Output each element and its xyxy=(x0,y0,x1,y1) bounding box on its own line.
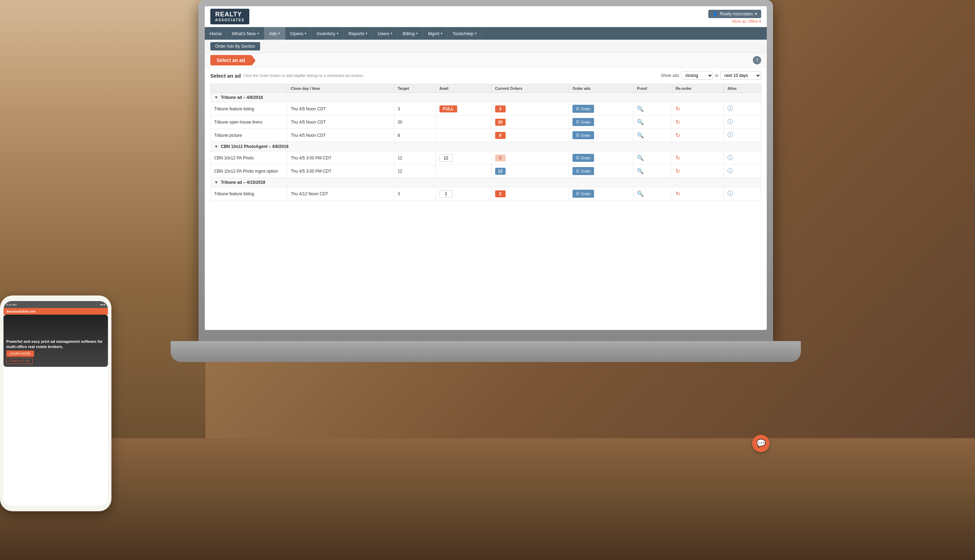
avail-full-badge: FULL xyxy=(439,105,457,112)
row-name-tribune-open: Tribune open house liners xyxy=(211,115,287,129)
in-label: in xyxy=(715,73,718,78)
row-close-tribune-feature: Thu 4/5 Noon CDT xyxy=(287,102,394,115)
chat-bubble-btn[interactable]: 💬 xyxy=(752,435,770,452)
row-target-tribune-feature-2: 3 xyxy=(394,187,436,200)
order-btn-cbn-photo[interactable]: ☰ Order xyxy=(573,154,594,162)
alloc-icon-4[interactable]: ⓘ xyxy=(728,155,733,160)
select-ad-btn[interactable]: Select an ad xyxy=(210,55,251,65)
section-title-tribune-2: ▼ Tribune ad – 4/15/2018 xyxy=(211,178,761,187)
user-menu-btn[interactable]: 👤 Realty Associates ▾ xyxy=(708,10,761,18)
nav-ads[interactable]: Ads ▾ xyxy=(264,27,285,40)
row-order-btn-cbn-mgmt: ☰ Order xyxy=(569,165,633,178)
order-btn-tribune-feature[interactable]: ☰ Order xyxy=(573,105,594,113)
table-row: Tribune open house liners Thu 4/5 Noon C… xyxy=(211,115,761,129)
row-proof-tribune-picture: 🔍 xyxy=(633,129,672,142)
nav-inventory[interactable]: Inventory ▾ xyxy=(312,27,343,40)
help-btn[interactable]: ? xyxy=(753,56,761,64)
days-select[interactable]: next 10 days next 30 days next 7 days xyxy=(720,72,761,80)
inventory-caret: ▾ xyxy=(337,32,339,35)
nav-opens[interactable]: Opens ▾ xyxy=(285,27,312,40)
nav-users[interactable]: Users ▾ xyxy=(372,27,398,40)
reorder-refresh-icon-2[interactable]: ↻ xyxy=(676,119,680,125)
table-row: Tribune feature listing Thu 4/12 Noon CD… xyxy=(211,187,761,200)
reorder-refresh-icon-3[interactable]: ↻ xyxy=(676,132,680,138)
proof-search-icon-2[interactable]: 🔍 xyxy=(637,119,644,125)
laptop-screen: REALTY Associates 👤 Realty Associates ▾ … xyxy=(205,6,767,330)
alloc-icon[interactable]: ⓘ xyxy=(728,105,733,112)
section-toggle-tribune-2[interactable]: ▼ xyxy=(214,180,218,185)
proof-search-icon-4[interactable]: 🔍 xyxy=(637,155,644,161)
alloc-icon-5[interactable]: ⓘ xyxy=(728,168,733,174)
reorder-refresh-icon[interactable]: ↻ xyxy=(676,106,680,112)
phone-tagline: Powerful and easy print ad management so… xyxy=(6,339,105,349)
row-order-btn-cbn-photo: ☰ Order xyxy=(569,152,633,165)
laptop-device: REALTY Associates 👤 Realty Associates ▾ … xyxy=(199,0,825,560)
filter-row: Select an ad Click the Order button to a… xyxy=(210,72,761,80)
user-name-label: Realty Associates xyxy=(720,12,753,17)
col-avail: Avail xyxy=(436,84,491,93)
row-close-cbn-mgmt: Thu 4/5 3:00 PM CDT xyxy=(287,165,394,178)
laptop-lid: REALTY Associates 👤 Realty Associates ▾ … xyxy=(199,0,773,341)
nav-whats-new[interactable]: What's New ▾ xyxy=(227,27,264,40)
nav-home[interactable]: Home xyxy=(205,27,227,40)
row-orders-tribune-feature-2: 2 xyxy=(491,187,569,200)
orders-badge-orange-20: 20 xyxy=(495,119,506,126)
orders-badge-orange-2: 2 xyxy=(495,190,506,197)
nav-mgmt[interactable]: Mgmt ▾ xyxy=(423,27,448,40)
col-ad-name xyxy=(211,84,287,93)
proof-search-icon[interactable]: 🔍 xyxy=(637,106,644,112)
user-icon: 👤 xyxy=(713,12,718,17)
alloc-icon-3[interactable]: ⓘ xyxy=(728,132,733,138)
section-title-tribune-1: ▼ Tribune ad – 4/8/2018 xyxy=(211,93,761,102)
row-proof-cbn-mgmt: 🔍 xyxy=(633,165,672,178)
top-bar: REALTY Associates 👤 Realty Associates ▾ … xyxy=(205,6,767,27)
row-alloc-tribune-feature: ⓘ xyxy=(724,102,761,115)
closing-select[interactable]: closing opening xyxy=(681,72,713,80)
nav-reports[interactable]: Reports ▾ xyxy=(344,27,373,40)
section-toggle-cbn[interactable]: ▼ xyxy=(214,144,218,149)
row-name-tribune-feature: Tribune feature listing xyxy=(211,102,287,115)
filter-description: Click the Order button to add eligible l… xyxy=(244,73,364,78)
row-avail-tribune-picture xyxy=(436,129,491,142)
reorder-refresh-icon-6[interactable]: ↻ xyxy=(676,191,680,197)
reorder-refresh-icon-4[interactable]: ↻ xyxy=(676,155,680,161)
nav-tools-help[interactable]: Tools/Help ▾ xyxy=(448,27,482,40)
row-close-tribune-feature-2: Thu 4/12 Noon CDT xyxy=(287,187,394,200)
laptop-base xyxy=(170,341,801,362)
row-avail-tribune-feature: FULL xyxy=(436,102,491,115)
row-name-cbn-photo: CBN 10x12 PA Photo xyxy=(211,152,287,165)
nav-billing[interactable]: Billing ▾ xyxy=(398,27,423,40)
col-reorder: Re-order xyxy=(672,84,724,93)
order-btn-tribune-open[interactable]: ☰ Order xyxy=(573,118,594,126)
phone-learn-more-btn[interactable]: LEARN MORE xyxy=(6,350,34,357)
proof-search-icon-5[interactable]: 🔍 xyxy=(637,168,644,174)
proof-search-icon-3[interactable]: 🔍 xyxy=(637,132,644,138)
order-icon: ☰ xyxy=(576,133,579,137)
order-btn-tribune-feature-2[interactable]: ☰ Order xyxy=(573,190,594,198)
top-right-area: 👤 Realty Associates ▾ Work as: Office ▾ xyxy=(708,10,761,24)
alloc-icon-6[interactable]: ⓘ xyxy=(728,190,733,196)
row-orders-tribune-feature: 3 xyxy=(491,102,569,115)
table-area: Select an ad Click the Order button to a… xyxy=(205,68,767,204)
section-toggle-tribune-1[interactable]: ▼ xyxy=(214,95,218,100)
select-ad-title: Select an ad xyxy=(210,73,241,79)
col-order-ads: Order ads xyxy=(569,84,633,93)
phone-contact-btn[interactable]: CONTACT US xyxy=(6,358,33,364)
alloc-icon-2[interactable]: ⓘ xyxy=(728,119,733,125)
order-btn-tribune-picture[interactable]: ☰ Order xyxy=(573,131,594,139)
orders-badge-orange: 3 xyxy=(495,105,506,112)
work-as-value[interactable]: Office ▾ xyxy=(748,19,761,23)
whats-new-caret: ▾ xyxy=(257,32,259,35)
order-icon: ☰ xyxy=(576,107,579,111)
order-ads-by-section-btn[interactable]: Order Ads By Section xyxy=(210,42,260,50)
avail-input-cbn[interactable] xyxy=(439,154,452,162)
work-as-label: Work as: xyxy=(732,19,747,23)
avail-input-tribune-2[interactable] xyxy=(439,190,452,198)
row-target-cbn-mgmt: 12 xyxy=(394,165,436,178)
proof-search-icon-6[interactable]: 🔍 xyxy=(637,191,644,197)
row-target-cbn-photo: 12 xyxy=(394,152,436,165)
reports-caret: ▾ xyxy=(366,32,367,35)
reorder-refresh-icon-5[interactable]: ↻ xyxy=(676,168,680,174)
row-alloc-cbn-photo: ⓘ xyxy=(724,152,761,165)
order-btn-cbn-mgmt[interactable]: ☰ Order xyxy=(573,167,594,175)
